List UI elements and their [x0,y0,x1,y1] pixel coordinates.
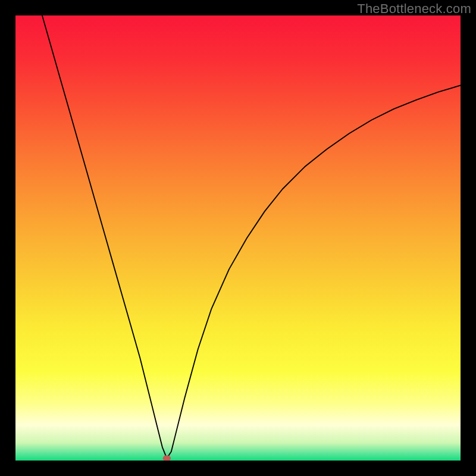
bottleneck-chart [15,15,461,461]
watermark-text: TheBottleneck.com [357,1,471,17]
chart-background [15,15,461,461]
chart-frame: TheBottleneck.com [0,0,476,476]
